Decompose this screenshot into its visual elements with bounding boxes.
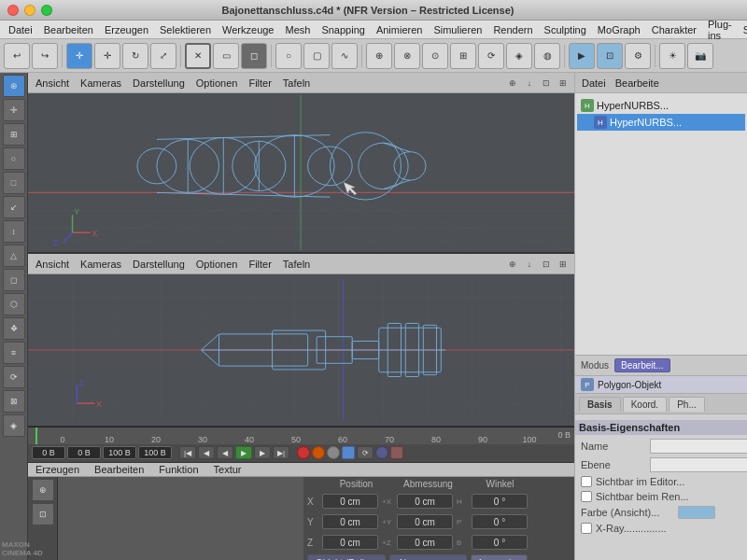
b-win-input[interactable] — [472, 535, 528, 550]
vt-icon-2[interactable]: ↓ — [522, 76, 537, 91]
auto-record-btn[interactable] — [312, 446, 325, 459]
bp-funktion[interactable]: Funktion — [155, 463, 202, 476]
lp-btn-11[interactable]: ≡ — [3, 342, 25, 364]
sichtbar-render-check[interactable] — [581, 491, 592, 502]
vt-filter[interactable]: Filter — [245, 77, 275, 90]
rect-select[interactable]: ▢ — [303, 43, 330, 69]
goto-start-btn[interactable]: |◀ — [179, 446, 196, 459]
tool-g[interactable]: ◍ — [534, 43, 560, 69]
vt-icon-1[interactable]: ⊕ — [505, 76, 520, 91]
vb-filter[interactable]: Filter — [245, 258, 275, 271]
vt-ansicht[interactable]: Ansicht — [32, 77, 73, 90]
y-pos-input[interactable] — [322, 514, 378, 529]
goto-end-btn[interactable]: ▶| — [273, 446, 289, 459]
menu-erzeugen[interactable]: Erzeugen — [100, 23, 153, 36]
track-btn[interactable] — [390, 446, 403, 459]
render-view[interactable]: ⊡ — [597, 43, 623, 69]
lasso-select[interactable]: ∿ — [331, 43, 358, 69]
cursor-tool[interactable]: ✛ — [66, 43, 92, 69]
bp-icon-1[interactable]: ⊡ — [32, 503, 54, 525]
bp-main-area[interactable] — [58, 477, 303, 560]
rp-datei[interactable]: Datei — [579, 77, 609, 90]
vt-icon-4[interactable]: ⊞ — [556, 76, 571, 91]
vb-kameras[interactable]: Kameras — [77, 258, 125, 271]
play-rev-btn[interactable]: ◀ — [217, 446, 233, 459]
abm-dropdown[interactable]: Abmessung — [389, 554, 467, 560]
vb-icon-3[interactable]: ⊡ — [539, 257, 554, 272]
lp-btn-5[interactable]: ↙ — [3, 196, 25, 218]
lp-btn-14[interactable]: ◈ — [3, 414, 25, 437]
lp-btn-8[interactable]: ◻ — [3, 269, 25, 291]
menu-plugins[interactable]: Plug-ins — [703, 18, 737, 42]
object-select[interactable]: ○ — [275, 43, 302, 69]
close-button[interactable] — [7, 5, 19, 16]
tool-a[interactable]: ⊕ — [366, 43, 392, 69]
rotate-tool[interactable]: ↻ — [122, 43, 148, 69]
render-settings[interactable]: ⚙ — [625, 43, 651, 69]
ebene-input[interactable] — [650, 457, 747, 472]
vb-darstellung[interactable]: Darstellung — [129, 258, 189, 271]
vt-darstellung[interactable]: Darstellung — [129, 77, 189, 90]
camera-btn[interactable]: 📷 — [687, 43, 713, 69]
motion-btn[interactable]: ⟳ — [357, 446, 374, 459]
edge-mode[interactable]: ▭ — [213, 43, 239, 69]
loop-btn[interactable] — [375, 446, 388, 459]
tab-ph[interactable]: Ph... — [669, 397, 705, 412]
vt-optionen[interactable]: Optionen — [192, 77, 242, 90]
tool-d[interactable]: ⊞ — [450, 43, 476, 69]
bp-bearbeiten[interactable]: Bearbeiten — [91, 463, 148, 476]
bp-textur[interactable]: Textur — [210, 463, 246, 476]
bp-icon-0[interactable]: ⊕ — [32, 479, 54, 501]
lp-btn-1[interactable]: ✛ — [3, 99, 25, 121]
render-btn[interactable]: ▶ — [569, 43, 595, 69]
lp-btn-10[interactable]: ❖ — [3, 317, 25, 340]
tab-koord[interactable]: Koord. — [623, 397, 667, 412]
vb-optionen[interactable]: Optionen — [192, 258, 242, 271]
vt-tafeln[interactable]: Tafeln — [279, 77, 314, 90]
viewport-top-view[interactable]: Zentralperspektive — [28, 93, 574, 252]
key-btn[interactable] — [342, 446, 355, 459]
minimize-button[interactable] — [24, 5, 35, 16]
vt-icon-3[interactable]: ⊡ — [539, 76, 554, 91]
menu-snapping[interactable]: Snapping — [317, 23, 370, 36]
light-btn[interactable]: ☀ — [659, 43, 685, 69]
vb-ansicht[interactable]: Ansicht — [32, 258, 73, 271]
mode-dropdown[interactable]: Objekt (Rel) — [307, 554, 386, 560]
point-mode[interactable]: ✕ — [185, 43, 211, 69]
current-frame-input[interactable] — [67, 446, 101, 459]
menu-rendern[interactable]: Rendern — [488, 23, 537, 36]
tab-basis[interactable]: Basis — [579, 397, 621, 412]
viewport-bottom-view[interactable]: Oben — [28, 274, 574, 426]
x-abm-input[interactable] — [397, 494, 453, 509]
lp-btn-13[interactable]: ⊠ — [3, 390, 25, 413]
menu-animieren[interactable]: Animieren — [372, 23, 428, 36]
menu-datei[interactable]: Datei — [4, 23, 37, 36]
vb-icon-2[interactable]: ↓ — [522, 257, 537, 272]
tree-item-1[interactable]: H HyperNURBS... — [577, 114, 745, 131]
record-option-btn[interactable] — [327, 446, 340, 459]
menu-skript[interactable]: Skript — [739, 23, 747, 36]
maximize-button[interactable] — [41, 5, 52, 16]
menu-selektieren[interactable]: Selektieren — [155, 23, 216, 36]
bp-erzeugen[interactable]: Erzeugen — [32, 463, 83, 476]
z-pos-input[interactable] — [322, 535, 378, 550]
x-pos-input[interactable] — [322, 494, 378, 509]
lp-btn-3[interactable]: ○ — [3, 147, 25, 170]
prev-frame-btn[interactable]: ◀ — [198, 446, 215, 459]
lp-btn-0[interactable]: ⊕ — [3, 75, 25, 97]
mode-value-btn[interactable]: Bearbeit... — [614, 358, 670, 372]
poly-mode[interactable]: ◻ — [241, 43, 267, 69]
tool-e[interactable]: ⟳ — [478, 43, 504, 69]
undo-button[interactable]: ↩ — [4, 43, 30, 69]
vb-icon-4[interactable]: ⊞ — [556, 257, 571, 272]
rp-bearbeite[interactable]: Bearbeite — [613, 77, 662, 90]
vb-icon-1[interactable]: ⊕ — [505, 257, 520, 272]
z-abm-input[interactable] — [397, 535, 453, 550]
sichtbar-editor-check[interactable] — [581, 476, 592, 487]
lp-btn-6[interactable]: ↕ — [3, 220, 25, 243]
redo-button[interactable]: ↪ — [32, 43, 58, 69]
vt-kameras[interactable]: Kameras — [77, 77, 125, 90]
end-frame-input[interactable] — [138, 446, 172, 459]
vb-tafeln[interactable]: Tafeln — [279, 258, 314, 271]
record-btn[interactable] — [297, 446, 310, 459]
